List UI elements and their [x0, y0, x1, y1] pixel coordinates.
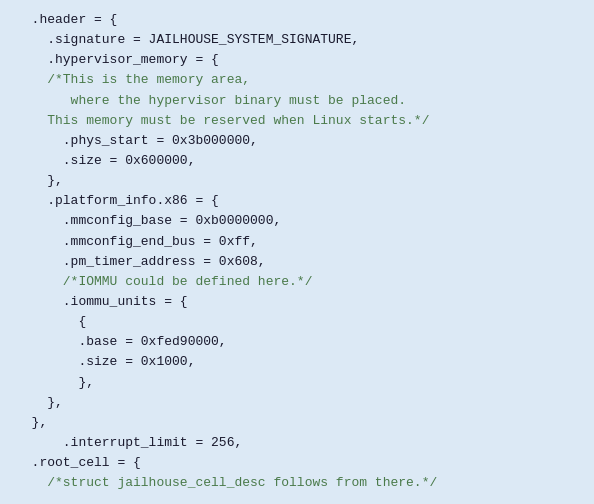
code-line: .interrupt_limit = 256,: [16, 435, 242, 450]
code-line: },: [16, 395, 63, 410]
code-line: .root_cell = {: [16, 455, 141, 470]
code-line: .phys_start = 0x3b000000,: [16, 133, 258, 148]
code-line: .platform_info.x86 = {: [16, 193, 219, 208]
code-line: .size = 0x600000,: [16, 153, 195, 168]
code-line: /*struct jailhouse_cell_desc follows fro…: [16, 475, 437, 490]
code-line: .mmconfig_base = 0xb0000000,: [16, 213, 281, 228]
code-line: },: [16, 375, 94, 390]
code-line: .pm_timer_address = 0x608,: [16, 254, 266, 269]
code-line: },: [16, 415, 47, 430]
code-line: },: [16, 173, 63, 188]
code-container: .header = { .signature = JAILHOUSE_SYSTE…: [0, 0, 594, 504]
code-line: .header = {: [16, 12, 117, 27]
code-block: .header = { .signature = JAILHOUSE_SYSTE…: [16, 10, 578, 493]
code-line: This memory must be reserved when Linux …: [16, 113, 429, 128]
code-line: where the hypervisor binary must be plac…: [16, 93, 406, 108]
code-line: /*This is the memory area,: [16, 72, 250, 87]
code-line: .mmconfig_end_bus = 0xff,: [16, 234, 258, 249]
code-line: .signature = JAILHOUSE_SYSTEM_SIGNATURE,: [16, 32, 359, 47]
code-line: .base = 0xfed90000,: [16, 334, 227, 349]
code-line: /*IOMMU could be defined here.*/: [16, 274, 312, 289]
code-line: .size = 0x1000,: [16, 354, 195, 369]
code-line: .hypervisor_memory = {: [16, 52, 219, 67]
code-line: {: [16, 314, 86, 329]
code-line: .iommu_units = {: [16, 294, 188, 309]
